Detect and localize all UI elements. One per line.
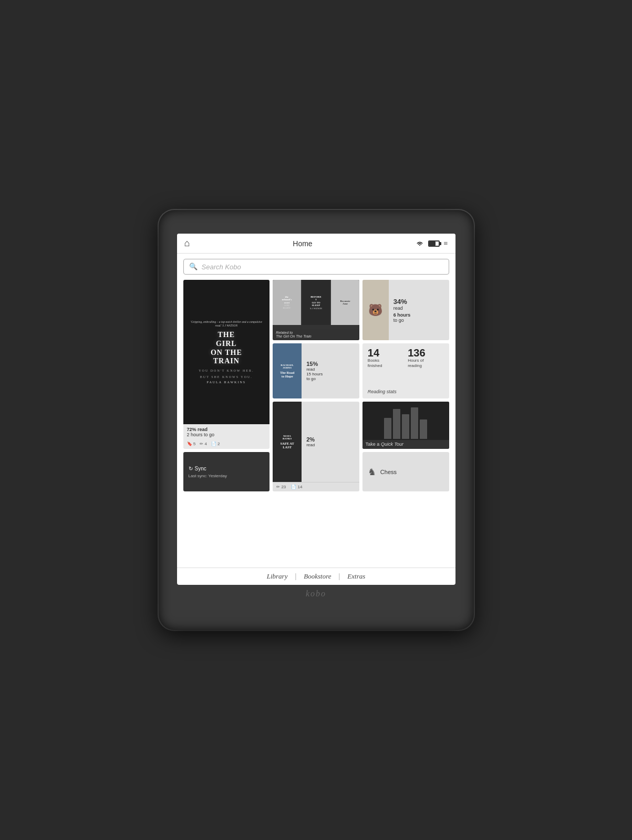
- tour-bar-2: [393, 409, 400, 439]
- books-stat: 14 Booksfinished: [368, 348, 403, 369]
- related-book-1-author: JANERIARTY: [283, 304, 291, 309]
- book3-top: MAYABANKS SAFE ATLAST 2% read: [273, 402, 359, 482]
- search-bar[interactable]: 🔍 Search Kobo: [183, 259, 449, 275]
- highlight-count: ✏ 4: [200, 442, 207, 446]
- related-book-3-title: ReconstrAme: [340, 300, 350, 306]
- current-read-label: read: [393, 306, 411, 311]
- book3-read-label: read: [306, 443, 315, 447]
- sync-subtitle: Last sync: Yesterday: [189, 474, 265, 478]
- main-book-progress: 72% read: [187, 427, 266, 432]
- main-book-text: 'Gripping, enthralling – a top-notch thr…: [183, 315, 270, 389]
- wifi-icon: [416, 240, 424, 247]
- current-percent: 34%: [393, 298, 411, 306]
- stats-card[interactable]: 14 Booksfinished 136 Hours ofreading Rea…: [362, 343, 449, 398]
- kobo-logo: kobo: [306, 589, 326, 598]
- header: ⌂ Home ≡: [177, 234, 455, 254]
- related-label: Related toThe Girl On The Train: [273, 329, 359, 340]
- reading-stats-link[interactable]: Reading stats: [368, 389, 444, 394]
- book2-author: RACHAELJOHNS: [281, 364, 294, 370]
- related-book-1-title: theusband'secret: [282, 296, 292, 304]
- main-book-card[interactable]: 'Gripping, enthralling – a top-notch thr…: [183, 280, 270, 449]
- chess-label: Chess: [380, 469, 397, 475]
- nav-bookstore[interactable]: Bookstore: [296, 572, 338, 581]
- related-books-row: theusband'secret JANERIARTY BEFOREIGO TO…: [273, 280, 359, 325]
- bottom-nav: Library | Bookstore | Extras: [177, 568, 455, 585]
- content-grid: 'Gripping, enthralling – a top-notch thr…: [183, 280, 449, 563]
- home-icon[interactable]: ⌂: [184, 238, 190, 249]
- menu-icon[interactable]: ≡: [444, 239, 448, 248]
- sync-icon: ↻: [189, 466, 193, 471]
- book2-card[interactable]: RACHAELJOHNS The Roadto Hope 15% read 15…: [273, 343, 359, 398]
- book2-cover: RACHAELJOHNS The Roadto Hope: [273, 343, 302, 398]
- sync-title: ↻ Sync: [189, 466, 265, 471]
- bear-icon: 🐻: [368, 303, 382, 317]
- main-book-subtitle2: BUT SHE KNOWS YOU.: [189, 375, 265, 379]
- book2-percent: 15%: [306, 361, 323, 367]
- current-book-info: 34% read 6 hours to go: [391, 280, 413, 340]
- bookmark-count: 🔖 5: [187, 442, 196, 446]
- sync-label: Sync: [195, 466, 206, 471]
- current-book-cover: 🐻: [362, 280, 389, 340]
- tour-bar-5: [420, 419, 427, 439]
- device-screen: ⌂ Home ≡ 🔍 Search Kobo: [177, 234, 455, 585]
- tour-bar-1: [384, 418, 391, 439]
- hours-count: 136: [408, 348, 443, 358]
- book2-read-label: read: [306, 367, 323, 372]
- related-card[interactable]: theusband'secret JANERIARTY BEFOREIGO TO…: [273, 280, 359, 340]
- nav-library[interactable]: Library: [260, 572, 295, 581]
- book3-icons: ✏ 23 📄 14: [273, 482, 359, 491]
- nav-extras[interactable]: Extras: [340, 572, 372, 581]
- tour-text: Take a Quick Tour: [366, 442, 446, 447]
- tour-bar-3: [402, 414, 409, 439]
- main-book-subtitle: YOU DON'T KNOW HER.: [189, 369, 265, 372]
- book2-info: 15% read 15 hours to go: [304, 343, 325, 398]
- related-book-1: theusband'secret JANERIARTY: [273, 280, 301, 325]
- book3-cover: MAYABANKS SAFE ATLAST: [273, 402, 302, 482]
- header-title: Home: [293, 239, 312, 248]
- book-tagline: 'Gripping, enthralling – a top-notch thr…: [189, 320, 265, 328]
- main-book-info: 72% read 2 hours to go: [183, 424, 270, 440]
- current-book-card[interactable]: 🐻 34% read 6 hours to go: [362, 280, 449, 340]
- sync-card[interactable]: ↻ Sync Last sync: Yesterday: [183, 452, 270, 491]
- book3-card[interactable]: MAYABANKS SAFE ATLAST 2% read ✏ 23 📄 14: [273, 402, 359, 491]
- related-book-2: BEFOREIGO TOSLEEP S.J. WATSON: [302, 280, 330, 325]
- book3-notes-count: 📄 14: [291, 485, 302, 489]
- hours-stat: 136 Hours ofreading: [408, 348, 443, 369]
- main-book-title: THEGIRLON THETRAIN: [189, 331, 265, 366]
- book3-highlight-count: ✏ 23: [276, 485, 286, 489]
- stats-numbers: 14 Booksfinished 136 Hours ofreading: [368, 348, 444, 369]
- books-label: Booksfinished: [368, 358, 403, 369]
- search-icon: 🔍: [189, 262, 198, 271]
- hours-label: Hours ofreading: [408, 358, 443, 369]
- quick-tour-card[interactable]: Take a Quick Tour: [362, 402, 449, 449]
- book3-title: SAFE ATLAST: [280, 442, 294, 449]
- related-text: Related toThe Girl On The Train: [276, 331, 356, 338]
- tour-visual: [362, 402, 449, 440]
- main-book-time: 2 hours to go: [187, 432, 266, 437]
- battery-icon: [428, 240, 440, 247]
- books-count: 14: [368, 348, 403, 358]
- book2-go-label: to go: [306, 376, 323, 381]
- tour-label-area: Take a Quick Tour: [362, 440, 449, 449]
- current-go-label: to go: [393, 318, 411, 323]
- header-icons: ≡: [416, 239, 448, 248]
- notes-count: 📄 2: [211, 442, 220, 446]
- main-content: 'Gripping, enthralling – a top-notch thr…: [177, 280, 455, 568]
- related-book-3: ReconstrAme: [331, 280, 359, 325]
- search-placeholder: Search Kobo: [202, 263, 241, 271]
- book2-hours: 15 hours: [306, 372, 323, 376]
- book3-percent: 2%: [306, 436, 315, 443]
- chess-card[interactable]: ♞ Chess: [362, 452, 449, 491]
- related-book-2-author: S.J. WATSON: [310, 307, 322, 310]
- main-book-icons: 🔖 5 ✏ 4 📄 2: [183, 440, 270, 449]
- tour-bar-4: [411, 407, 418, 439]
- book3-info: 2% read: [304, 402, 317, 482]
- book2-title: The Roadto Hope: [280, 371, 294, 378]
- device-frame: ⌂ Home ≡ 🔍 Search Kobo: [159, 210, 474, 630]
- main-book-author: PAULA HAWKINS: [189, 381, 265, 384]
- book3-author: MAYABANKS: [283, 435, 292, 440]
- chess-icon: ♞: [368, 466, 376, 478]
- current-hours: 6 hours: [393, 312, 411, 318]
- main-book-cover: 'Gripping, enthralling – a top-notch thr…: [183, 280, 270, 424]
- related-book-2-title: BEFOREIGO TOSLEEP: [310, 296, 322, 307]
